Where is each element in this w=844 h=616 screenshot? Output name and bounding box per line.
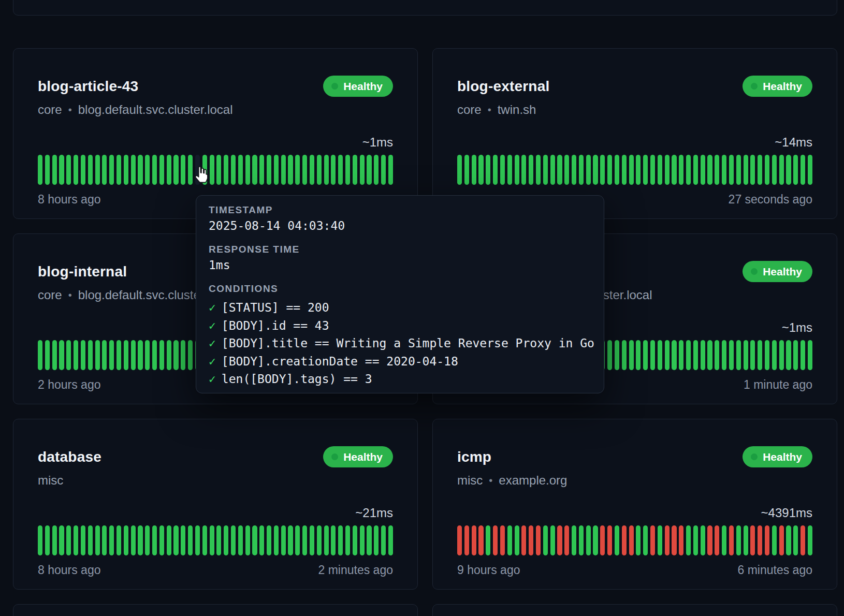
uptime-bar[interactable] [472,155,476,185]
uptime-bar[interactable] [388,155,393,185]
uptime-bar[interactable] [665,155,670,185]
service-card[interactable]: blog-article-43 Healthy core • blog.defa… [13,48,418,219]
uptime-bar[interactable] [195,525,200,555]
uptime-bar[interactable] [81,155,85,185]
uptime-bar[interactable] [173,525,178,555]
uptime-bar[interactable] [550,525,555,555]
uptime-bar[interactable] [521,155,526,185]
uptime-bar[interactable] [274,525,279,555]
uptime-bar[interactable] [117,155,121,185]
uptime-bar[interactable] [367,525,371,555]
uptime-bar[interactable] [744,155,748,185]
uptime-bar[interactable] [117,340,121,370]
uptime-bar[interactable] [124,340,128,370]
uptime-bar[interactable] [224,155,228,185]
uptime-bar[interactable] [679,155,683,185]
uptime-bar[interactable] [622,155,627,185]
uptime-bar[interactable] [593,525,598,555]
uptime-bar[interactable] [658,525,662,555]
uptime-bar[interactable] [181,155,185,185]
uptime-bar[interactable] [750,525,755,555]
uptime-bar[interactable] [167,340,171,370]
uptime-bar[interactable] [457,525,462,555]
uptime-bar[interactable] [188,155,193,185]
uptime-bar[interactable] [472,525,476,555]
uptime-bar[interactable] [281,525,286,555]
uptime-bar[interactable] [715,155,719,185]
uptime-bar[interactable] [188,340,193,370]
uptime-bar[interactable] [793,155,798,185]
uptime-bar[interactable] [564,525,569,555]
uptime-bar[interactable] [736,525,741,555]
uptime-bar[interactable] [607,340,612,370]
uptime-bar[interactable] [224,525,228,555]
uptime-bar[interactable] [643,340,648,370]
uptime-bar[interactable] [500,155,505,185]
uptime-bar[interactable] [52,525,57,555]
uptime-bar[interactable] [66,340,71,370]
uptime-bar[interactable] [238,155,243,185]
uptime-bar[interactable] [245,525,250,555]
uptime-bar[interactable] [750,340,755,370]
uptime-bar[interactable] [173,155,178,185]
uptime-bar[interactable] [210,525,214,555]
uptime-bar[interactable] [686,340,691,370]
uptime-bar[interactable] [736,155,741,185]
uptime-bar[interactable] [744,340,748,370]
uptime-bar[interactable] [324,525,329,555]
uptime-bar[interactable] [801,525,805,555]
uptime-bar[interactable] [808,155,812,185]
uptime-bar[interactable] [629,525,634,555]
uptime-bar[interactable] [138,525,142,555]
uptime-bar[interactable] [324,155,329,185]
service-card[interactable]: icmp Healthy misc • example.org ~4391ms … [432,419,837,590]
uptime-bar[interactable] [464,525,469,555]
uptime-bar[interactable] [188,525,193,555]
uptime-bar[interactable] [701,525,705,555]
uptime-bar[interactable] [38,155,42,185]
uptime-bar[interactable] [159,340,164,370]
uptime-bar[interactable] [515,155,519,185]
uptime-bar[interactable] [515,525,519,555]
uptime-bar[interactable] [615,155,619,185]
uptime-bar[interactable] [672,340,676,370]
uptime-bar[interactable] [679,525,683,555]
uptime-bar[interactable] [259,155,264,185]
uptime-bar[interactable] [59,155,64,185]
uptime-bar[interactable] [231,525,236,555]
uptime-bar[interactable] [722,155,726,185]
uptime-bar[interactable] [109,525,114,555]
uptime-bar[interactable] [345,155,350,185]
uptime-bar[interactable] [801,340,805,370]
uptime-bar[interactable] [478,525,483,555]
uptime-bar[interactable] [457,155,462,185]
uptime-bar[interactable] [636,525,641,555]
uptime-bar[interactable] [59,340,64,370]
uptime-bar[interactable] [59,525,64,555]
uptime-bar[interactable] [650,155,655,185]
uptime-bar[interactable] [779,340,784,370]
uptime-bar[interactable] [202,525,207,555]
uptime-bar[interactable] [707,155,712,185]
uptime-bar[interactable] [550,155,555,185]
uptime-bar[interactable] [758,340,762,370]
uptime-bar[interactable] [736,340,741,370]
uptime-bar[interactable] [729,525,734,555]
uptime-bar[interactable] [529,525,533,555]
uptime-bar[interactable] [693,155,698,185]
uptime-bar[interactable] [338,525,343,555]
uptime-bar[interactable] [622,340,627,370]
uptime-bar[interactable] [772,340,777,370]
uptime-bar[interactable] [302,525,307,555]
uptime-bar[interactable] [353,155,357,185]
uptime-bar[interactable] [586,525,591,555]
uptime-bar[interactable] [159,525,164,555]
uptime-bar[interactable] [167,525,171,555]
uptime-bar[interactable] [786,340,791,370]
uptime-bar[interactable] [331,155,336,185]
uptime-bar[interactable] [181,340,185,370]
uptime-bar[interactable] [629,155,634,185]
uptime-bar[interactable] [765,525,769,555]
uptime-bar[interactable] [74,340,78,370]
uptime-bar[interactable] [729,155,734,185]
